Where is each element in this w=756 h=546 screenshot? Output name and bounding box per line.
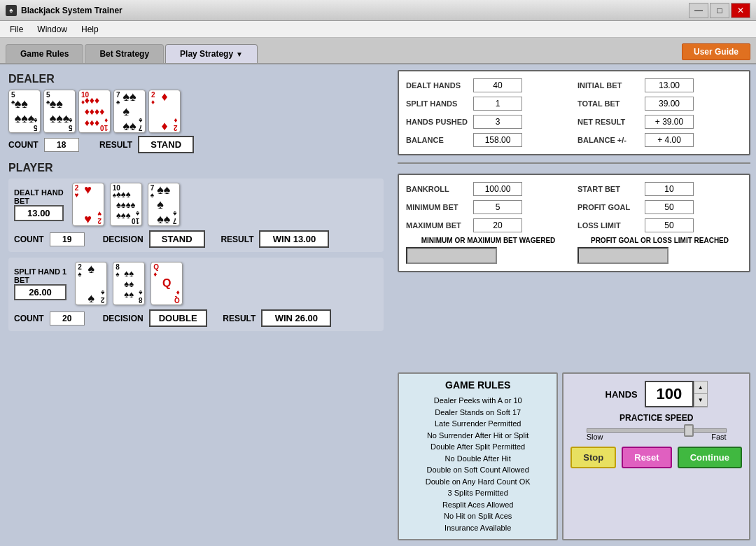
total-bet-label: TOTAL BET — [578, 99, 640, 108]
close-button[interactable]: ✕ — [731, 3, 750, 18]
min-max-indicator: MINIMUM OR MAXIMUM BET WAGERED — [406, 237, 570, 264]
balance-label: BALANCE — [406, 136, 469, 144]
dealer-count-value: 18 — [44, 138, 79, 152]
loss-limit-row: LOSS LIMIT 50 — [578, 218, 742, 232]
hand1-result-value: WIN 13.00 — [259, 230, 329, 248]
dealer-info: COUNT 18 RESULT STAND — [8, 136, 384, 153]
dealt-hand-bet-label: BET — [14, 197, 64, 205]
dealt-hand-bet: 13.00 — [14, 205, 64, 221]
dealt-hands-row: DEALT HANDS 40 — [406, 78, 570, 92]
window-controls[interactable]: — □ ✕ — [689, 3, 750, 18]
hand1-info: COUNT 19 DECISION STAND RESULT WIN 13.00 — [14, 230, 378, 248]
dealer-cards: 5♠ ♠♠♠♠♠ 5♠ 5♠ ♠♠♠♠♠ 5♠ 10♦ ♦♦♦♦♦♦♦♦♦♦ 1… — [8, 90, 384, 133]
bankroll-label: BANKROLL — [406, 185, 469, 193]
loss-limit-label: LOSS LIMIT — [578, 221, 640, 230]
fast-label: Fast — [711, 433, 726, 441]
slow-label: Slow — [587, 433, 603, 441]
right-panel: DEALT HANDS 40 INITIAL BET 13.00 SPLIT H… — [392, 64, 756, 546]
player-card-3: 7♠ ♠♠♠♠♠ 7♠ — [148, 183, 180, 226]
hands-pushed-row: HANDS PUSHED 3 — [406, 115, 570, 129]
player-label: PLAYER — [8, 162, 384, 174]
balance-adj-row: BALANCE +/- + 4.00 — [578, 133, 742, 147]
menubar: File Window Help — [0, 21, 756, 38]
hands-spinners[interactable]: ▲ ▼ — [694, 381, 708, 407]
rule-item: Dealer Peeks with A or 10 — [405, 395, 551, 407]
split-hands-value: 1 — [473, 97, 522, 111]
player-card-1: 2♥ ♥♥ 2♥ — [72, 183, 104, 226]
hands-value[interactable]: 100 — [645, 381, 694, 407]
speed-slider-container: Slow Fast — [587, 428, 727, 441]
rule-item: Dealer Stands on Soft 17 — [405, 407, 551, 419]
hand2-count-value: 20 — [50, 312, 85, 326]
bankroll-panel: BANKROLL 100.00 START BET 10 MINIMUM BET… — [398, 174, 750, 272]
player-card-2: 10♠ ♠♠♠♠♠♠♠♠♠♠ 10♠ — [110, 183, 142, 226]
menu-window[interactable]: Window — [30, 23, 74, 36]
hand2-result-value: WIN 26.00 — [261, 309, 331, 327]
max-bet-row: MAXIMUM BET 20 — [406, 218, 570, 232]
control-buttons: Stop Reset Continue — [570, 447, 742, 468]
continue-button[interactable]: Continue — [678, 447, 742, 468]
profit-loss-label: PROFIT GOAL OR LOSS LIMIT REACHED — [578, 237, 742, 244]
practice-speed-label: PRACTICE SPEED — [620, 413, 693, 423]
tab-dropdown-arrow[interactable]: ▼ — [236, 50, 243, 58]
max-bet-value: 20 — [473, 218, 522, 232]
net-result-value: + 39.00 — [645, 115, 694, 129]
rule-item: Double on Any Hard Count OK — [405, 476, 551, 488]
rule-item: No Surrender After Hit or Split — [405, 430, 551, 442]
stats-panel: DEALT HANDS 40 INITIAL BET 13.00 SPLIT H… — [398, 70, 750, 155]
balance-adj-label: BALANCE +/- — [578, 136, 640, 144]
split-hands-row: SPLIT HANDS 1 — [406, 97, 570, 111]
rule-item: Insurance Available — [405, 522, 551, 534]
left-panel: DEALER 5♠ ♠♠♠♠♠ 5♠ 5♠ ♠♠♠♠♠ 5♠ 10♦ ♦♦♦♦♦… — [0, 64, 392, 546]
user-guide-button[interactable]: User Guide — [682, 43, 750, 60]
bankroll-row: BANKROLL 100.00 — [406, 182, 570, 196]
dealt-hand-label: DEALT HAND — [14, 188, 64, 197]
split-hand-bet-label: BET — [14, 276, 66, 284]
hand1-decision-value: STAND — [149, 230, 205, 248]
rule-item: Late Surrender Permitted — [405, 418, 551, 430]
total-bet-row: TOTAL BET 39.00 — [578, 97, 742, 111]
hand2-count-label: COUNT — [14, 314, 44, 323]
tab-bet-strategy[interactable]: Bet Strategy — [85, 44, 164, 63]
minimize-button[interactable]: — — [689, 3, 708, 18]
split-card-2: 8♠ ♠♠♠♠♠♠ 8♠ — [113, 262, 145, 305]
split-hands-label: SPLIT HANDS — [406, 99, 469, 108]
app-title: Blackjack System Trainer — [21, 6, 122, 15]
hand1-decision-label: DECISION — [103, 234, 144, 244]
stop-button[interactable]: Stop — [570, 447, 616, 468]
loss-limit-value: 50 — [645, 218, 694, 232]
split-hand-section: SPLIT HAND 1 BET 26.00 2♠ ♠♠ 2♠ 8♠ ♠♠♠♠♠… — [8, 258, 384, 331]
hands-label: HANDS — [606, 389, 638, 400]
start-bet-label: START BET — [578, 185, 640, 193]
dealer-section: DEALER 5♠ ♠♠♠♠♠ 5♠ 5♠ ♠♠♠♠♠ 5♠ 10♦ ♦♦♦♦♦… — [8, 73, 384, 153]
dealer-card-4: 7♠ ♠♠♠♠♠ 7♠ — [113, 90, 146, 133]
dealer-count-label: COUNT — [8, 140, 38, 150]
balance-row: BALANCE 158.00 — [406, 133, 570, 147]
dealer-card-2: 5♠ ♠♠♠♠♠ 5♠ — [43, 90, 76, 133]
total-bet-value: 39.00 — [645, 97, 694, 111]
slider-labels: Slow Fast — [587, 433, 727, 441]
tab-game-rules[interactable]: Game Rules — [6, 44, 83, 63]
menu-file[interactable]: File — [3, 23, 30, 36]
balance-adj-value: + 4.00 — [645, 133, 694, 147]
tab-play-strategy[interactable]: Play Strategy ▼ — [165, 44, 258, 63]
hands-down-button[interactable]: ▼ — [694, 394, 707, 407]
menu-help[interactable]: Help — [74, 23, 106, 36]
rule-item: Resplit Aces Allowed — [405, 499, 551, 511]
hands-up-button[interactable]: ▲ — [694, 382, 707, 394]
profit-loss-indicator: PROFIT GOAL OR LOSS LIMIT REACHED — [578, 237, 742, 264]
titlebar: ♠ Blackjack System Trainer — □ ✕ — [0, 0, 756, 21]
profit-goal-row: PROFIT GOAL 50 — [578, 200, 742, 214]
dealer-card-3: 10♦ ♦♦♦♦♦♦♦♦♦♦ 10♦ — [78, 90, 111, 133]
hands-pushed-value: 3 — [473, 115, 522, 129]
hands-row: HANDS 100 ▲ ▼ — [606, 381, 708, 407]
tabbar: Game Rules Bet Strategy Play Strategy ▼ … — [0, 38, 756, 64]
dealer-result-value: STAND — [138, 136, 194, 153]
reset-button[interactable]: Reset — [622, 447, 671, 468]
app-icon: ♠ — [6, 5, 17, 16]
split-card-3: Q♦ Q Q♦ — [150, 262, 183, 305]
initial-bet-label: INITIAL BET — [578, 81, 640, 90]
maximize-button[interactable]: □ — [710, 3, 729, 18]
profit-loss-indicator-box — [578, 247, 668, 264]
min-max-indicator-box — [406, 247, 497, 264]
